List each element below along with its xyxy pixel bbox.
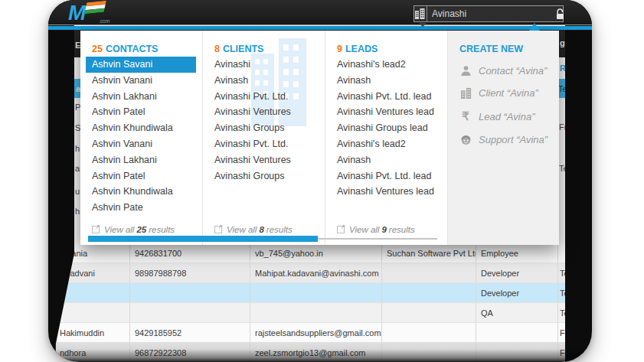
client-result[interactable]: Avinashi Ventures: [203, 152, 325, 168]
contacts-header: 25CONTACTS: [80, 31, 202, 54]
create-support-button[interactable]: Support “Avina”: [459, 134, 559, 145]
contact-result[interactable]: Ashvin Lakhani: [80, 89, 202, 105]
contact-result[interactable]: Ashvin Lakhani: [80, 152, 202, 168]
table-row[interactable]: Hakimuddin 9429185952 rajsteelsandsuppli…: [48, 322, 592, 342]
lead-result[interactable]: Avinashi Pvt. Ltd. lead: [325, 168, 447, 184]
contact-result[interactable]: Ashvin Patel: [80, 104, 202, 120]
view-all-contacts[interactable]: View all 25 results: [92, 225, 175, 234]
support-icon: [459, 134, 472, 145]
external-link-icon: [337, 226, 345, 233]
lead-result[interactable]: Avinashi Pvt. Ltd. lead: [325, 89, 447, 105]
lead-result[interactable]: Avinash: [325, 152, 447, 168]
lead-result[interactable]: Avinash: [325, 73, 447, 89]
table-row[interactable]: ndhora 96872922308 zeel.zsmortgio13@gmai…: [48, 342, 592, 362]
client-result[interactable]: Avinash: [203, 73, 325, 89]
contacts-column: 25CONTACTS Ashvin Savani Ashvin Vanani A…: [80, 31, 203, 245]
table-row-selected[interactable]: Developer Te: [48, 282, 592, 302]
client-result[interactable]: Avinashi: [203, 57, 325, 73]
user-icon: [459, 65, 472, 77]
lead-result[interactable]: Avinashi Groups lead: [325, 120, 447, 136]
search-box[interactable]: [414, 5, 564, 22]
client-result[interactable]: Avinashi Ventures: [203, 104, 325, 120]
create-lead-button[interactable]: ₹ Lead “Avina”: [459, 109, 559, 123]
create-new-header: CREATE NEW: [448, 31, 559, 54]
contact-result[interactable]: Ashvin Khundiwala: [80, 184, 202, 200]
lead-result[interactable]: Avinashi's lead2: [325, 136, 447, 152]
contacts-table: orsania 9426831700 vb_745@yahoo.in Sucha…: [48, 243, 592, 362]
create-client-button[interactable]: Client “Avina”: [459, 87, 559, 99]
view-all-clients[interactable]: View all 8 results: [214, 225, 293, 234]
external-link-icon: [214, 226, 222, 233]
contact-result[interactable]: Ashvin Vanani: [80, 136, 202, 152]
edge-fragment: u: [75, 187, 80, 196]
logo-domain: .com: [99, 18, 110, 24]
client-result[interactable]: Avinashi Groups: [203, 168, 325, 184]
contact-result[interactable]: Ashvin Pate: [80, 200, 202, 216]
clients-column: 8CLIENTS Avinashi Avinash Avinashi Pvt. …: [203, 31, 325, 245]
table-row[interactable]: orsania 9426831700 vb_745@yahoo.in Sucha…: [48, 243, 592, 263]
view-all-leads[interactable]: View all 9 results: [337, 225, 415, 234]
clients-header: 8CLIENTS: [203, 31, 325, 54]
rupee-icon: ₹: [459, 109, 472, 123]
client-result[interactable]: Avinashi Groups: [203, 120, 325, 136]
buildings-icon: [414, 8, 427, 19]
edge-fragment: h: [75, 207, 80, 216]
leads-column: ₹ 9LEADS Avinashi's lead2 Avinash Avinas…: [325, 31, 448, 245]
client-result[interactable]: Avinashi Pvt. Ltd.: [203, 136, 325, 152]
accent-line: [48, 26, 592, 30]
leads-header: 9LEADS: [325, 31, 447, 54]
app-window: EF ar P S h a u h g R Te Fr Te orsania 9…: [48, 0, 592, 362]
create-new-panel: CREATE NEW Contact “Avina”: [448, 31, 559, 245]
search-progress-bar: [88, 236, 318, 242]
edge-fragment: a: [75, 164, 80, 173]
india-flag-icon: [84, 1, 106, 15]
search-scope-selector[interactable]: [414, 6, 427, 21]
app-logo[interactable]: M .com: [68, 1, 105, 24]
table-row[interactable]: t Kadvani 98987988798 Mahipat.kadavani@a…: [48, 263, 592, 282]
search-progress-track: [318, 238, 437, 240]
contact-result[interactable]: Ashvin Vanani: [80, 73, 202, 89]
lock-open-icon[interactable]: [555, 8, 565, 20]
scope-caret-icon: [419, 23, 427, 27]
right-dark-strip: [565, 0, 592, 362]
edge-fragment: h: [75, 144, 80, 153]
buildings-icon: [459, 87, 472, 99]
contact-result[interactable]: Ashvin Patel: [80, 168, 202, 184]
table-row[interactable]: QA Te: [48, 302, 592, 322]
contact-result[interactable]: Ashvin Savani: [86, 57, 196, 73]
create-contact-button[interactable]: Contact “Avina”: [459, 65, 559, 77]
external-link-icon: [92, 226, 100, 233]
contact-result[interactable]: Ashvin Khundiwala: [80, 120, 202, 136]
lead-result[interactable]: Avinashi's lead2: [325, 57, 447, 73]
search-input[interactable]: [427, 8, 555, 19]
lead-result[interactable]: Avinashi Ventures lead: [325, 184, 447, 200]
dropdown-caret-icon: [529, 23, 540, 31]
client-result[interactable]: Avinashi Pvt. Ltd.: [203, 89, 325, 105]
lead-result[interactable]: Avinashi Ventures lead: [325, 104, 447, 120]
edge-fragment: g: [560, 38, 565, 47]
search-results-dropdown: 25CONTACTS Ashvin Savani Ashvin Vanani A…: [80, 31, 559, 245]
logo-letter: M: [68, 1, 85, 24]
